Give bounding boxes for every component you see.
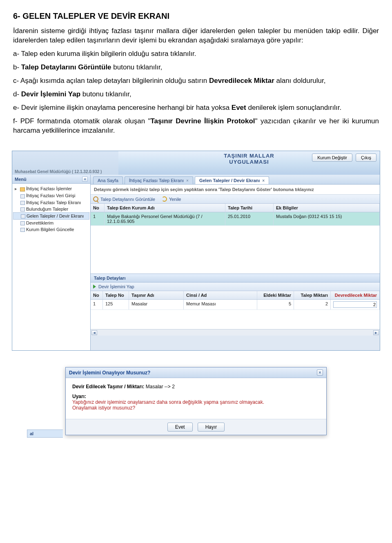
tree-item-label: Bulunduğum Talepler xyxy=(26,207,68,211)
collapse-icon[interactable]: « xyxy=(82,176,88,182)
tab-gelen-talepler[interactable]: Gelen Talepler / Devir Ekranı× xyxy=(195,176,269,184)
tree-root[interactable]: İhtiyaç Fazlası İşlemler xyxy=(13,185,89,192)
doc-step-a: a- Talep eden kuruma ilişkin bilgilerin … xyxy=(13,49,379,59)
tab-ana-sayfa[interactable]: Ana Sayfa xyxy=(93,176,123,184)
tree-item-devrettiklerim[interactable]: Devrettiklerim xyxy=(13,220,89,226)
amount-value: Masalar --> 2 xyxy=(146,384,175,389)
dcol-no: No xyxy=(91,291,103,299)
tree-item-label: Devrettiklerim xyxy=(26,220,53,225)
arrow-right-icon xyxy=(93,285,96,289)
menu-header: Menü « xyxy=(12,175,90,184)
tree-item-bulundugum[interactable]: Bulunduğum Talepler xyxy=(13,206,89,212)
folder-icon xyxy=(20,187,25,191)
dialog-title-bar: Devir İşlemini Onaylıyor Musunuz? × xyxy=(66,367,326,378)
instruction-bar: Detayını görmek isteğiniz talep için seç… xyxy=(91,185,380,195)
dialog-close-button[interactable]: × xyxy=(317,369,323,376)
doc-title: 6- GELEN TALEPLER VE DEVİR EKRANI xyxy=(13,11,379,21)
document-body: 6- GELEN TALEPLER VE DEVİR EKRANI İdaren… xyxy=(0,0,392,143)
app-logo-area: Muhasebat Genel Müdürlüğü ( 12.1.32.0.93… xyxy=(12,151,118,175)
dialog-no-button[interactable]: Hayır xyxy=(198,423,225,432)
detail-section-title: Talep Detayları xyxy=(91,274,380,283)
dialog-amount-line: Devir Edilecek Taşınır / Miktarı: Masala… xyxy=(72,384,320,389)
app-window: Muhasebat Genel Müdürlüğü ( 12.1.32.0.93… xyxy=(12,151,380,351)
text: e- Devir işlemine ilişkin onaylama pence… xyxy=(13,104,232,111)
transfer-amount-input[interactable] xyxy=(333,301,377,308)
detail-row[interactable]: 1 125 Masalar Memur Masası 5 2 xyxy=(91,300,380,310)
do-transfer-button[interactable]: Devir İşlemini Yap xyxy=(98,284,134,289)
dialog-warning: Uyarı: Yaptığınız devir işleminiz onayla… xyxy=(72,394,320,411)
warn-text-1: Yaptığınız devir işleminiz onaylarsanız … xyxy=(72,399,320,405)
tree-item-talep-ekrani[interactable]: İhtiyaç Fazlası Talep Ekranı xyxy=(13,199,89,206)
tool-label: Yenile xyxy=(169,197,181,202)
grid-body: 1 Maliye Bakanlığı Personel Genel Müdürl… xyxy=(91,212,380,274)
detail-toolbar: Devir İşlemini Yap xyxy=(91,283,380,291)
tab-talep-ekrani[interactable]: İhtiyaç Fazlası Talep Ekranı× xyxy=(125,176,193,184)
grid-toolbar: Talep Detaylarını Görüntüle Yenile xyxy=(91,195,380,204)
close-icon[interactable]: × xyxy=(186,178,189,183)
text: butonu tıklanılır, xyxy=(111,63,163,71)
table-row[interactable]: 1 Maliye Bakanlığı Personel Genel Müdürl… xyxy=(91,212,380,226)
dialog-area: al Devir İşlemini Yap Devir İşlemini Ona… xyxy=(65,367,327,435)
dialog-yes-button[interactable]: Evet xyxy=(167,423,193,432)
text: butonu tıklanılır, xyxy=(80,90,131,98)
tree-item-gelen-talepler[interactable]: Gelen Talepler / Devir Ekranı xyxy=(13,212,89,220)
text-bold: Devir İşlemini Yap xyxy=(21,90,80,98)
horizontal-scrollbar[interactable]: ◄ ► xyxy=(91,329,380,336)
cell-no: 1 xyxy=(91,212,105,225)
dcell-talepno: 125 xyxy=(103,300,129,309)
doc-step-b: b- Talep Detaylarını Görüntüle butonu tı… xyxy=(13,63,379,72)
tree-item-label: Kurum Bilgileri Güncelle xyxy=(26,227,74,232)
doc-step-c: c- Aşağı kısımda açılan talep detayları … xyxy=(13,76,379,86)
text-bold: Evet xyxy=(232,104,246,111)
doc-step-f: f- PDF formatında otomatik olarak oluşan… xyxy=(13,117,379,136)
grid-header: No Talep Eden Kurum Adı Talep Tarihi Ek … xyxy=(91,204,380,212)
dcol-eldeki: Eldeki Miktar xyxy=(257,291,294,299)
app-header: Muhasebat Genel Müdürlüğü ( 12.1.32.0.93… xyxy=(12,151,380,175)
dcell-cinsi: Memur Masası xyxy=(184,300,257,309)
text: b- xyxy=(13,63,21,71)
dialog-title: Devir İşlemini Onaylıyor Musunuz? xyxy=(69,370,150,376)
leaf-icon xyxy=(20,207,25,211)
main-area: Ana Sayfa İhtiyaç Fazlası Talep Ekranı× … xyxy=(91,175,380,350)
tree-item-kurum-guncelle[interactable]: Kurum Bilgileri Güncelle xyxy=(13,226,89,233)
leaf-icon xyxy=(20,221,25,225)
scroll-right-icon[interactable]: ► xyxy=(373,330,379,335)
text: denilerek işlem sonuçlandırılır. xyxy=(246,104,341,111)
app-body: Menü « İhtiyaç Fazlası İşlemler İhtiyaç … xyxy=(12,175,380,350)
refresh-icon xyxy=(162,196,167,202)
dcol-cinsi: Cinsi / Ad xyxy=(184,291,257,299)
detail-header: No Talep No Taşınır Adı Cinsi / Ad Eldek… xyxy=(91,291,380,300)
scroll-left-icon[interactable]: ◄ xyxy=(91,330,97,335)
doc-step-e: e- Devir işlemine ilişkin onaylama pence… xyxy=(13,103,379,113)
text-bold: Devredilecek Miktar xyxy=(209,77,274,85)
dcell-ad: Masalar xyxy=(129,300,184,309)
text: f- PDF formatında otomatik olarak oluşan… xyxy=(13,117,151,125)
doc-step-d: d- Devir İşlemini Yap butonu tıklanılır, xyxy=(13,90,379,99)
tree-item-label: Gelen Talepler / Devir Ekranı xyxy=(27,214,84,218)
exit-button[interactable]: Çıkış xyxy=(356,154,376,162)
dcell-talep: 2 xyxy=(294,300,331,309)
header-buttons: Kurum Değiştir Çıkış xyxy=(312,154,376,162)
text: d- xyxy=(13,90,21,98)
leaf-icon xyxy=(21,214,25,218)
leaf-icon xyxy=(20,201,25,205)
menu-tree: İhtiyaç Fazlası İşlemler İhtiyaç Fazlası… xyxy=(12,184,90,234)
cell-kurum: Maliye Bakanlığı Personel Genel Müdürlüğ… xyxy=(105,212,225,225)
refresh-button[interactable]: Yenile xyxy=(162,196,181,202)
menu-panel: Menü « İhtiyaç Fazlası İşlemler İhtiyaç … xyxy=(12,175,91,350)
tab-bar: Ana Sayfa İhtiyaç Fazlası Talep Ekranı× … xyxy=(91,175,380,185)
cell-ek: Mustafa Doğan (0312 415 15 15) xyxy=(274,212,380,225)
change-org-button[interactable]: Kurum Değiştir xyxy=(312,154,352,162)
text: c- Aşağı kısımda açılan talep detayları … xyxy=(13,77,209,85)
magnifier-icon xyxy=(93,196,98,202)
dcell-devir xyxy=(331,300,380,309)
view-details-button[interactable]: Talep Detaylarını Görüntüle xyxy=(93,196,155,202)
dialog-body: Devir Edilecek Taşınır / Miktarı: Masala… xyxy=(66,378,326,419)
menu-title: Menü xyxy=(15,177,27,182)
dcell-eldeki: 5 xyxy=(257,300,294,309)
close-icon[interactable]: × xyxy=(262,178,265,183)
dcol-talep: Talep Miktarı xyxy=(294,291,331,299)
dcol-talepno: Talep No xyxy=(103,291,129,299)
tree-item-veri-girisi[interactable]: İhtiyaç Fazlası Veri Girişi xyxy=(13,192,89,199)
dialog-buttons: Evet Hayır xyxy=(66,419,326,435)
